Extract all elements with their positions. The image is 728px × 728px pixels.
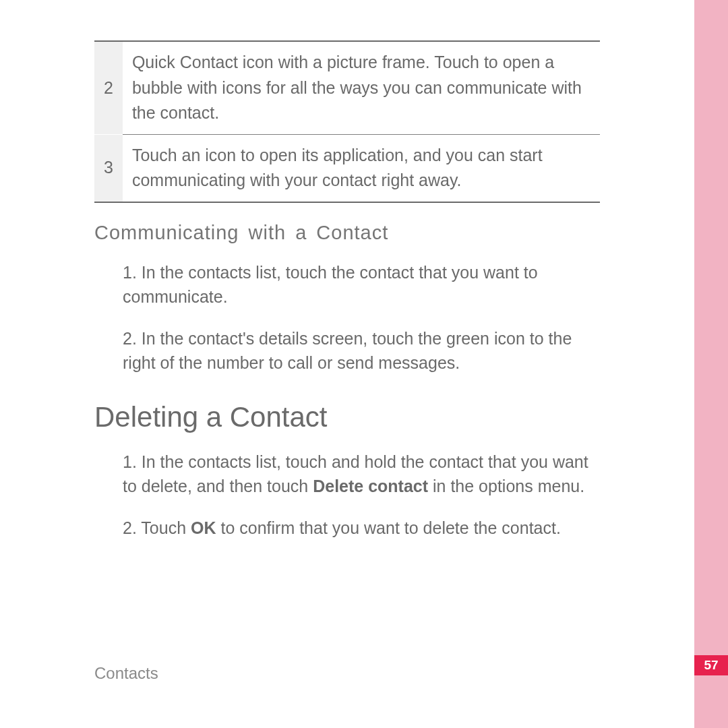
step-text: In the contact's details screen, touch t… — [123, 329, 572, 372]
communicating-steps: 1. In the contacts list, touch the conta… — [123, 260, 600, 375]
step-prefix: 2. — [123, 329, 142, 348]
table-row-text: Touch an icon to open its application, a… — [123, 134, 600, 202]
step-text: In the contacts list, touch the contact … — [123, 263, 538, 306]
table-row-text: Quick Contact icon with a picture frame.… — [123, 41, 600, 134]
step-text-after: in the options menu. — [428, 477, 584, 495]
list-item: 1. In the contacts list, touch and hold … — [123, 450, 600, 499]
heading-deleting: Deleting a Contact — [94, 401, 600, 433]
list-item: 1. In the contacts list, touch the conta… — [123, 260, 600, 309]
table-row: 3 Touch an icon to open its application,… — [94, 134, 600, 202]
page-number: 57 — [694, 655, 728, 675]
step-text-bold: Delete contact — [313, 477, 428, 495]
step-prefix: 1. — [123, 452, 142, 471]
side-stripe — [694, 0, 728, 728]
subheading-communicating: Communicating with a Contact — [94, 222, 600, 244]
footer-section-label: Contacts — [94, 664, 158, 683]
list-item: 2. Touch OK to confirm that you want to … — [123, 516, 600, 540]
step-prefix: 1. — [123, 263, 142, 282]
table-row-number: 3 — [94, 134, 123, 202]
step-text-after: to confirm that you want to delete the c… — [216, 518, 561, 537]
table-row: 2 Quick Contact icon with a picture fram… — [94, 41, 600, 134]
info-table: 2 Quick Contact icon with a picture fram… — [94, 40, 600, 203]
list-item: 2. In the contact's details screen, touc… — [123, 326, 600, 375]
step-text-bold: OK — [191, 518, 216, 537]
document-page: 2 Quick Contact icon with a picture fram… — [0, 0, 694, 728]
step-prefix: 2. — [123, 518, 141, 537]
deleting-steps: 1. In the contacts list, touch and hold … — [123, 450, 600, 541]
table-row-number: 2 — [94, 41, 123, 134]
step-text-before: Touch — [141, 518, 191, 537]
